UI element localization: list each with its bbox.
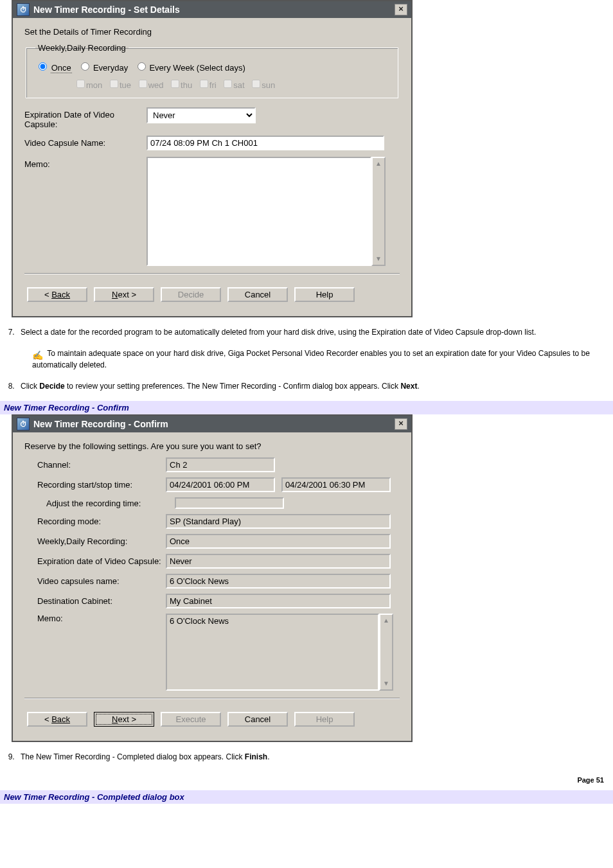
page-footer: Page 51	[0, 772, 613, 785]
dialog-titlebar: ⏱ New Timer Recording - Set Details ×	[13, 1, 411, 18]
scroll-down-icon[interactable]: ▼	[373, 253, 384, 265]
set-details-dialog: ⏱ New Timer Recording - Set Details × Se…	[12, 0, 413, 317]
back-button[interactable]: < Back	[27, 287, 87, 302]
capsule-name-input[interactable]	[147, 136, 384, 150]
decide-button: Decide	[161, 287, 221, 302]
day-sun: sun	[249, 80, 275, 90]
capname-label: Video capsules name:	[37, 576, 166, 586]
help-button: Help	[294, 712, 355, 727]
step-9: The New Timer Recording - Completed dial…	[17, 751, 603, 763]
close-icon[interactable]: ×	[395, 4, 407, 15]
weekly-label: Weekly,Daily Recording:	[37, 536, 166, 546]
dialog-title: New Timer Recording - Set Details	[33, 4, 180, 15]
memo2-value: 6 O'Clock News	[166, 614, 379, 691]
group-legend: Weekly,Daily Recording	[35, 43, 129, 53]
check-wed	[139, 80, 147, 88]
exp2-value: Never	[166, 554, 391, 569]
close-icon[interactable]: ×	[395, 418, 407, 430]
memo-scrollbar[interactable]: ▲ ▼	[371, 157, 386, 266]
step-7: Select a date for the recorded program t…	[17, 326, 603, 371]
exp2-label: Expiration date of Video Capsule:	[37, 556, 166, 566]
mode-label: Recording mode:	[37, 517, 166, 526]
scroll-down-icon: ▼	[380, 678, 392, 689]
start-value: 04/24/2001 06:00 PM	[166, 477, 275, 492]
dialog2-title: New Timer Recording - Confirm	[33, 419, 168, 429]
scroll-up-icon[interactable]: ▲	[373, 158, 384, 170]
figure-caption-confirm: New Timer Recording - Confirm	[0, 401, 613, 414]
day-fri: fri	[197, 80, 217, 90]
mode-value: SP (Standard Play)	[166, 514, 391, 529]
note-text: To maintain adequate space on your hard …	[32, 349, 590, 370]
next-button[interactable]: Next >	[94, 287, 154, 302]
day-thu: thu	[168, 80, 192, 90]
check-mon	[76, 80, 85, 88]
step-8: Click Decide to review your setting pref…	[17, 380, 603, 393]
day-tue: tue	[107, 80, 131, 90]
radio-everyday-label[interactable]: Everyday	[78, 63, 130, 73]
startstop-label: Recording start/stop time:	[37, 480, 166, 490]
radio-selectdays[interactable]	[138, 62, 146, 71]
day-sat: sat	[221, 80, 244, 90]
app-icon: ⏱	[17, 418, 30, 430]
check-sun	[252, 80, 260, 88]
weekly-value: Once	[166, 534, 391, 549]
day-mon: mon	[74, 80, 102, 90]
days-row: mon tue wed thu fri sat sun	[74, 78, 391, 90]
capsule-name-label: Video Capsule Name:	[24, 136, 147, 148]
radio-once-label[interactable]: Once	[35, 63, 74, 73]
radio-everyday[interactable]	[81, 62, 89, 71]
day-wed: wed	[136, 80, 164, 90]
capname-value: 6 O'Clock News	[166, 574, 391, 589]
dialog2-instruction: Reserve by the following settings. Are y…	[24, 441, 400, 451]
memo2-scrollbar: ▲ ▼	[379, 614, 393, 691]
radio-once[interactable]	[39, 62, 47, 71]
figure-caption-completed: New Timer Recording - Completed dialog b…	[0, 790, 613, 804]
cancel-button[interactable]: Cancel	[227, 712, 288, 727]
check-tue	[110, 80, 118, 88]
app-icon: ⏱	[17, 3, 30, 16]
radio-selectdays-label[interactable]: Every Week (Select days)	[134, 63, 245, 73]
memo-textarea[interactable]	[147, 157, 371, 266]
channel-label: Channel:	[37, 460, 166, 470]
scroll-up-icon: ▲	[380, 615, 392, 626]
weekly-daily-group: Weekly,Daily Recording Once Everyday Eve…	[26, 43, 398, 98]
channel-value: Ch 2	[166, 457, 275, 472]
confirm-dialog: ⏱ New Timer Recording - Confirm × Reserv…	[12, 414, 413, 742]
dest-value: My Cabinet	[166, 594, 391, 608]
back-button[interactable]: < Back	[27, 712, 87, 727]
help-button[interactable]: Help	[294, 287, 355, 302]
dialog-instruction: Set the Details of Timer Recording	[24, 27, 400, 37]
memo-label: Memo:	[24, 157, 147, 169]
adjust-label: Adjust the recording time:	[37, 499, 175, 508]
cancel-button[interactable]: Cancel	[227, 287, 288, 302]
check-fri	[200, 80, 208, 88]
stop-value: 04/24/2001 06:30 PM	[281, 477, 391, 492]
dialog2-titlebar: ⏱ New Timer Recording - Confirm ×	[13, 416, 411, 432]
next-button[interactable]: Next >	[94, 712, 154, 727]
adjust-value	[175, 497, 284, 509]
dest-label: Destination Cabinet:	[37, 596, 166, 606]
check-sat	[224, 80, 232, 88]
expiration-select[interactable]: Never	[147, 107, 256, 123]
check-thu	[171, 80, 179, 88]
memo2-label: Memo:	[37, 614, 166, 623]
note-icon: ✍	[32, 349, 42, 358]
expiration-label: Expiration Date of Video Capsule:	[24, 107, 147, 129]
execute-button: Execute	[161, 712, 221, 727]
